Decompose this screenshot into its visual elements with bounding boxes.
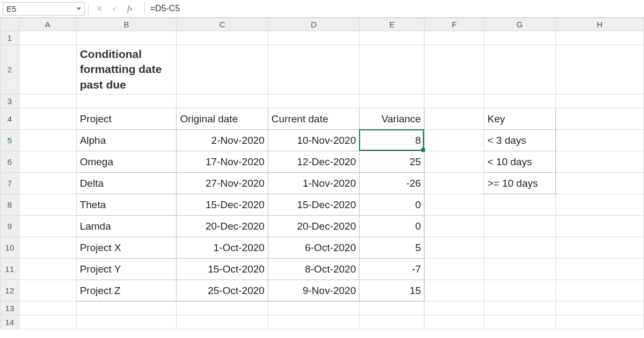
cell-F8[interactable] bbox=[425, 194, 484, 216]
cell-A10[interactable] bbox=[19, 237, 76, 259]
cell-A9[interactable] bbox=[19, 216, 76, 237]
cell-F11[interactable] bbox=[425, 259, 484, 280]
cell-E10[interactable]: 5 bbox=[360, 237, 425, 259]
cell-B8[interactable]: Theta bbox=[76, 194, 177, 216]
row-header-12[interactable]: 12 bbox=[1, 280, 19, 302]
cell-H3[interactable] bbox=[555, 94, 643, 108]
cell-G5[interactable]: < 3 days bbox=[484, 130, 555, 151]
cell-F6[interactable] bbox=[425, 151, 484, 173]
cell-G1[interactable] bbox=[484, 31, 555, 45]
cell-D13[interactable] bbox=[268, 302, 359, 315]
cell-C2[interactable] bbox=[177, 45, 268, 94]
cell-C12[interactable]: 25-Oct-2020 bbox=[177, 280, 268, 302]
cell-C5[interactable]: 2-Nov-2020 bbox=[177, 130, 268, 151]
cell-H9[interactable] bbox=[555, 216, 643, 237]
cell-C9[interactable]: 20-Dec-2020 bbox=[177, 216, 268, 237]
cell-C6[interactable]: 17-Nov-2020 bbox=[177, 151, 268, 173]
cell-F7[interactable] bbox=[425, 173, 484, 194]
cell-D11[interactable]: 8-Oct-2020 bbox=[268, 259, 359, 280]
cell-B6[interactable]: Omega bbox=[76, 151, 177, 173]
cell-G14[interactable] bbox=[484, 315, 555, 329]
cell-A8[interactable] bbox=[19, 194, 76, 216]
col-header-F[interactable]: F bbox=[425, 18, 484, 31]
cell-F3[interactable] bbox=[425, 94, 484, 108]
cell-E8[interactable]: 0 bbox=[360, 194, 425, 216]
cell-G11[interactable] bbox=[484, 259, 555, 280]
cell-C13[interactable] bbox=[177, 302, 268, 315]
cell-D9[interactable]: 20-Dec-2020 bbox=[268, 216, 359, 237]
row-header-5[interactable]: 5 bbox=[1, 130, 19, 151]
row-header-13[interactable]: 13 bbox=[1, 302, 19, 315]
cell-E14[interactable] bbox=[360, 315, 425, 329]
cell-A4[interactable] bbox=[19, 108, 76, 130]
cell-A2[interactable] bbox=[19, 45, 76, 94]
row-header-3[interactable]: 3 bbox=[1, 94, 19, 108]
cell-E12[interactable]: 15 bbox=[360, 280, 425, 302]
cell-B12[interactable]: Project Z bbox=[76, 280, 177, 302]
cell-B14[interactable] bbox=[76, 315, 177, 329]
formula-input[interactable]: =D5-C5 bbox=[148, 3, 644, 14]
cell-D3[interactable] bbox=[268, 94, 359, 108]
cell-G7[interactable]: >= 10 days bbox=[484, 173, 555, 194]
cell-A1[interactable] bbox=[19, 31, 76, 45]
cell-F5[interactable] bbox=[425, 130, 484, 151]
cell-G9[interactable] bbox=[484, 216, 555, 237]
cell-G2[interactable] bbox=[484, 45, 555, 94]
cell-A12[interactable] bbox=[19, 280, 76, 302]
cancel-icon[interactable]: ✕ bbox=[96, 4, 103, 13]
cell-G10[interactable] bbox=[484, 237, 555, 259]
cell-A11[interactable] bbox=[19, 259, 76, 280]
cell-D10[interactable]: 6-Oct-2020 bbox=[268, 237, 359, 259]
cell-F9[interactable] bbox=[425, 216, 484, 237]
row-header-9[interactable]: 9 bbox=[1, 216, 19, 237]
cell-E13[interactable] bbox=[360, 302, 425, 315]
cell-A6[interactable] bbox=[19, 151, 76, 173]
cell-B4[interactable]: Project bbox=[76, 108, 177, 130]
cell-H6[interactable] bbox=[555, 151, 643, 173]
row-header-14[interactable]: 14 bbox=[1, 315, 19, 329]
cell-H5[interactable] bbox=[555, 130, 643, 151]
cell-H13[interactable] bbox=[555, 302, 643, 315]
cell-E2[interactable] bbox=[360, 45, 425, 94]
cell-H11[interactable] bbox=[555, 259, 643, 280]
cell-D4[interactable]: Current date bbox=[268, 108, 359, 130]
cell-H8[interactable] bbox=[555, 194, 643, 216]
cell-B10[interactable]: Project X bbox=[76, 237, 177, 259]
cell-G12[interactable] bbox=[484, 280, 555, 302]
select-all-corner[interactable] bbox=[1, 18, 19, 31]
cell-B9[interactable]: Lamda bbox=[76, 216, 177, 237]
cell-H2[interactable] bbox=[555, 45, 643, 94]
cell-B1[interactable] bbox=[76, 31, 177, 45]
cell-F13[interactable] bbox=[425, 302, 484, 315]
cell-A3[interactable] bbox=[19, 94, 76, 108]
cell-F10[interactable] bbox=[425, 237, 484, 259]
cell-F12[interactable] bbox=[425, 280, 484, 302]
row-header-4[interactable]: 4 bbox=[1, 108, 19, 130]
cell-E5[interactable]: 8 bbox=[360, 130, 425, 151]
cell-C7[interactable]: 27-Nov-2020 bbox=[177, 173, 268, 194]
cell-D5[interactable]: 10-Nov-2020 bbox=[268, 130, 359, 151]
cell-G13[interactable] bbox=[484, 302, 555, 315]
fx-icon[interactable]: fx bbox=[127, 4, 133, 13]
enter-icon[interactable]: ✓ bbox=[112, 4, 119, 13]
cell-H12[interactable] bbox=[555, 280, 643, 302]
col-header-C[interactable]: C bbox=[177, 18, 268, 31]
worksheet[interactable]: A B C D E F G H 12Conditional formatting… bbox=[0, 18, 644, 329]
cell-H1[interactable] bbox=[555, 31, 643, 45]
col-header-G[interactable]: G bbox=[484, 18, 555, 31]
col-header-E[interactable]: E bbox=[360, 18, 425, 31]
cell-B5[interactable]: Alpha bbox=[76, 130, 177, 151]
cell-C11[interactable]: 15-Oct-2020 bbox=[177, 259, 268, 280]
cell-B3[interactable] bbox=[76, 94, 177, 108]
row-header-11[interactable]: 11 bbox=[1, 259, 19, 280]
cell-G6[interactable]: < 10 days bbox=[484, 151, 555, 173]
row-header-10[interactable]: 10 bbox=[1, 237, 19, 259]
row-header-1[interactable]: 1 bbox=[1, 31, 19, 45]
cell-E6[interactable]: 25 bbox=[360, 151, 425, 173]
col-header-B[interactable]: B bbox=[76, 18, 177, 31]
row-header-2[interactable]: 2 bbox=[1, 45, 19, 94]
cell-F4[interactable] bbox=[425, 108, 484, 130]
cell-D12[interactable]: 9-Nov-2020 bbox=[268, 280, 359, 302]
cell-D14[interactable] bbox=[268, 315, 359, 329]
chevron-down-icon[interactable] bbox=[77, 8, 81, 10]
